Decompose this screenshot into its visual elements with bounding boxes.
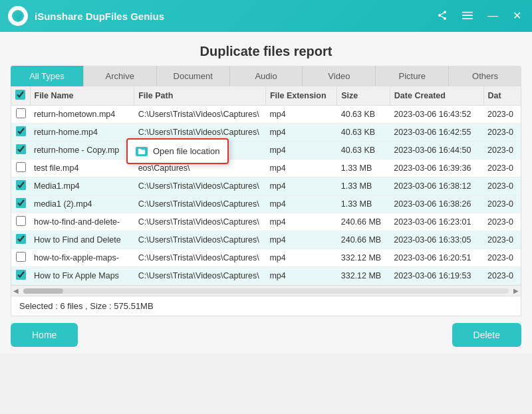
cell-extra: 2023-0 — [483, 124, 521, 142]
row-checkbox-cell[interactable] — [11, 159, 30, 177]
tab-audio[interactable]: Audio — [230, 66, 303, 86]
cell-filepath: C:\Users\Trista\Videos\Captures\ — [134, 267, 266, 285]
minimize-button[interactable]: — — [485, 9, 501, 23]
row-checkbox[interactable] — [16, 126, 26, 136]
cell-size: 40.63 KB — [337, 106, 390, 124]
cell-extra: 2023-0 — [483, 249, 521, 267]
cell-datecreated: 2023-03-06 16:20:51 — [390, 249, 483, 267]
table-scroll-area[interactable]: File Name File Path File Extension Size … — [11, 86, 521, 285]
cell-extension: mp4 — [265, 195, 336, 213]
row-checkbox-cell[interactable] — [11, 213, 30, 231]
cell-datecreated: 2023-03-06 16:43:52 — [390, 106, 483, 124]
row-checkbox[interactable] — [16, 270, 26, 280]
cell-extension: mp4 — [265, 249, 336, 267]
col-datecreated: Date Created — [390, 86, 483, 106]
cell-extension: mp4 — [265, 231, 336, 249]
select-all-header[interactable] — [11, 86, 30, 106]
cell-size: 240.66 MB — [337, 231, 390, 249]
tab-document[interactable]: Document — [157, 66, 230, 86]
row-checkbox[interactable] — [16, 198, 26, 208]
table-row: return-hometown.mp4 C:\Users\Trista\Vide… — [11, 106, 521, 124]
cell-datecreated: 2023-03-06 16:38:12 — [390, 177, 483, 195]
cell-extension: mp4 — [265, 124, 336, 142]
cell-filepath: C:\Users\Trista\Videos\Captures\ — [134, 231, 266, 249]
close-button[interactable]: ✕ — [510, 9, 524, 23]
row-checkbox-cell[interactable] — [11, 124, 30, 142]
bottom-bar: Home Delete — [0, 316, 532, 354]
scroll-right-arrow[interactable]: ▶ — [511, 286, 521, 296]
row-checkbox[interactable] — [16, 180, 26, 190]
table-row: How to Fix Apple Maps C:\Users\Trista\Vi… — [11, 267, 521, 285]
cell-filename: how-to-find-and-delete- — [30, 213, 134, 231]
cell-filename: media1 (2).mp4 — [30, 195, 134, 213]
row-checkbox[interactable] — [16, 144, 26, 154]
row-checkbox-cell[interactable] — [11, 106, 30, 124]
page-title: Duplicate files report — [11, 39, 521, 66]
row-checkbox[interactable] — [16, 162, 26, 172]
share-button[interactable] — [434, 9, 450, 24]
cell-extension: mp4 — [265, 267, 336, 285]
table-row: media1 (2).mp4 C:\Users\Trista\Videos\Ca… — [11, 195, 521, 213]
app-title: iSunshare DupFiles Genius — [35, 11, 434, 22]
table-row: test file.mp4 eos\Captures\ mp4 1.33 MB … — [11, 159, 521, 177]
context-menu: Open file location — [126, 138, 229, 164]
row-checkbox-cell[interactable] — [11, 195, 30, 213]
cell-extension: mp4 — [265, 159, 336, 177]
row-checkbox[interactable] — [16, 216, 26, 226]
tab-others[interactable]: Others — [449, 66, 521, 86]
tab-bar: All Types Archive Document Audio Video P… — [11, 66, 521, 86]
cell-extra: 2023-0 — [483, 231, 521, 249]
tab-picture[interactable]: Picture — [376, 66, 449, 86]
col-filename: File Name — [30, 86, 134, 106]
open-file-location-label: Open file location — [153, 146, 219, 156]
select-all-checkbox[interactable] — [15, 90, 25, 100]
window-controls: — ✕ — [434, 9, 524, 24]
cell-filepath: C:\Users\Trista\Videos\Captures\ — [134, 249, 266, 267]
open-file-location-menu-item[interactable]: Open file location — [128, 142, 227, 160]
row-checkbox-cell[interactable] — [11, 142, 30, 159]
table-row: return-home - Copy.mp eos\Captures\ mp4 … — [11, 142, 521, 159]
row-checkbox-cell[interactable] — [11, 231, 30, 249]
cell-datecreated: 2023-03-06 16:38:26 — [390, 195, 483, 213]
tab-all-types[interactable]: All Types — [11, 66, 84, 86]
cell-size: 1.33 MB — [337, 195, 390, 213]
cell-filename: Media1.mp4 — [30, 177, 134, 195]
cell-datecreated: 2023-03-06 16:19:53 — [390, 267, 483, 285]
col-size: Size — [337, 86, 390, 106]
tab-video[interactable]: Video — [303, 66, 376, 86]
file-table: File Name File Path File Extension Size … — [11, 86, 521, 285]
row-checkbox[interactable] — [16, 108, 26, 118]
cell-filename: How to Find and Delete — [30, 231, 134, 249]
cell-datecreated: 2023-03-06 16:44:50 — [390, 142, 483, 159]
row-checkbox[interactable] — [16, 234, 26, 244]
cell-filepath: C:\Users\Trista\Videos\Captures\ — [134, 106, 266, 124]
delete-button[interactable]: Delete — [452, 323, 521, 347]
table-row: how-to-fix-apple-maps- C:\Users\Trista\V… — [11, 249, 521, 267]
cell-filename: return-home - Copy.mp — [30, 142, 134, 159]
col-filepath: File Path — [134, 86, 266, 106]
row-checkbox-cell[interactable] — [11, 177, 30, 195]
cell-filepath: C:\Users\Trista\Videos\Captures\ — [134, 195, 266, 213]
cell-extra: 2023-0 — [483, 213, 521, 231]
row-checkbox-cell[interactable] — [11, 267, 30, 285]
file-table-wrapper: File Name File Path File Extension Size … — [11, 86, 521, 296]
cell-extra: 2023-0 — [483, 159, 521, 177]
cell-size: 240.66 MB — [337, 213, 390, 231]
tab-archive[interactable]: Archive — [84, 66, 157, 86]
cell-filepath: C:\Users\Trista\Videos\Captures\ — [134, 177, 266, 195]
home-button[interactable]: Home — [11, 323, 78, 347]
cell-size: 332.12 MB — [337, 267, 390, 285]
cell-extension: mp4 — [265, 142, 336, 159]
horizontal-scrollbar[interactable]: ◀ ▶ — [11, 285, 521, 296]
cell-datecreated: 2023-03-06 16:33:05 — [390, 231, 483, 249]
cell-size: 40.63 KB — [337, 124, 390, 142]
cell-extra: 2023-0 — [483, 177, 521, 195]
scrollbar-thumb — [23, 288, 63, 294]
row-checkbox-cell[interactable] — [11, 249, 30, 267]
row-checkbox[interactable] — [16, 252, 26, 262]
scroll-left-arrow[interactable]: ◀ — [11, 286, 21, 296]
cell-extra: 2023-0 — [483, 142, 521, 159]
main-content: Duplicate files report All Types Archive… — [0, 32, 532, 316]
status-text: Selected : 6 files , Size : 575.51MB — [19, 301, 154, 311]
menu-button[interactable] — [460, 9, 475, 24]
